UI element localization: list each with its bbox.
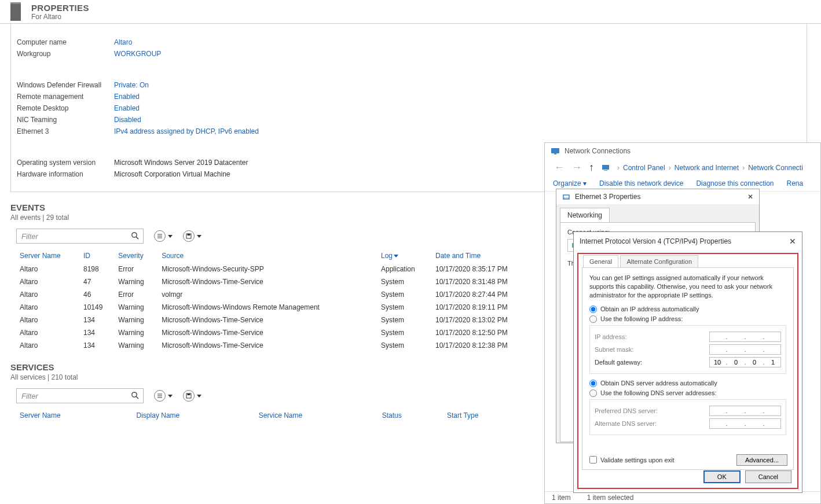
- preferred-dns-input[interactable]: ...: [709, 406, 781, 416]
- property-value[interactable]: WORKGROUP: [114, 50, 161, 58]
- table-row[interactable]: Altaro134WarningMicrosoft-Windows-Time-S…: [16, 314, 537, 326]
- status-bar: 1 item 1 item selected: [545, 491, 820, 503]
- table-cell: Warning: [115, 301, 158, 314]
- property-value[interactable]: Private: On: [114, 81, 149, 89]
- breadcrumb-item[interactable]: Network and Internet: [675, 164, 739, 172]
- properties-subtitle: For Altaro: [31, 13, 89, 21]
- property-value[interactable]: IPv4 address assigned by DHCP, IPv6 enab…: [114, 127, 259, 135]
- ip-address-input[interactable]: ...: [709, 332, 781, 342]
- table-header[interactable]: Status: [379, 409, 444, 422]
- tab-alternate[interactable]: Alternate Configuration: [620, 255, 698, 267]
- rename-button[interactable]: Rena: [787, 179, 804, 187]
- table-row[interactable]: Altaro134WarningMicrosoft-Windows-Time-S…: [16, 339, 537, 352]
- forward-arrow-icon[interactable]: →: [568, 161, 585, 174]
- table-cell: 10/17/2020 8:31:48 PM: [432, 275, 537, 288]
- list-icon: [154, 390, 166, 402]
- services-save-button[interactable]: [183, 390, 201, 402]
- close-icon[interactable]: ✕: [789, 237, 796, 246]
- property-value[interactable]: Enabled: [114, 104, 140, 112]
- info-text: You can get IP settings assigned automat…: [589, 274, 786, 300]
- property-value[interactable]: Enabled: [114, 93, 140, 101]
- search-icon[interactable]: [131, 231, 139, 240]
- subnet-mask-input[interactable]: ...: [709, 344, 781, 355]
- diagnose-button[interactable]: Diagnose this connection: [696, 179, 774, 187]
- table-row[interactable]: Altaro134WarningMicrosoft-Windows-Time-S…: [16, 326, 537, 339]
- radio-manual-dns[interactable]: Use the following DNS server addresses:: [589, 389, 786, 397]
- table-header[interactable]: Severity: [115, 249, 158, 263]
- services-table: Server NameDisplay NameService NameStatu…: [16, 409, 537, 422]
- table-header[interactable]: Log: [377, 249, 432, 263]
- table-header[interactable]: Server Name: [16, 409, 133, 422]
- property-label: Workgroup: [17, 50, 114, 58]
- table-header[interactable]: ID: [80, 249, 115, 263]
- svg-rect-15: [554, 153, 556, 154]
- radio-auto-dns[interactable]: Obtain DNS server address automatically: [589, 380, 786, 387]
- table-cell: 10/17/2020 8:12:38 PM: [432, 339, 537, 352]
- table-header[interactable]: Date and Time: [432, 249, 537, 263]
- table-header[interactable]: Display Name: [133, 409, 255, 422]
- table-row[interactable]: Altaro10149WarningMicrosoft-Windows-Wind…: [16, 301, 537, 314]
- table-cell: 47: [80, 275, 115, 288]
- property-row: Remote DesktopEnabled: [17, 102, 807, 114]
- svg-line-8: [136, 396, 138, 399]
- table-cell: Microsoft-Windows-Time-Service: [158, 326, 377, 339]
- dns-fields-group: Preferred DNS server: ... Alternate DNS …: [589, 399, 786, 435]
- table-cell: 8198: [80, 263, 115, 276]
- cancel-button[interactable]: Cancel: [745, 470, 791, 483]
- property-label: Operating system version: [17, 159, 114, 167]
- property-value[interactable]: Altaro: [114, 38, 132, 46]
- svg-rect-17: [604, 170, 607, 171]
- table-header[interactable]: Service Name: [255, 409, 379, 422]
- table-cell: System: [377, 339, 432, 352]
- table-cell: Microsoft-Windows-Security-SPP: [158, 263, 377, 276]
- events-save-button[interactable]: [183, 230, 201, 242]
- radio-manual-ip[interactable]: Use the following IP address:: [589, 315, 786, 323]
- tab-networking[interactable]: Networking: [560, 208, 610, 222]
- subnet-mask-label: Subnet mask:: [595, 346, 633, 353]
- events-table: Server NameIDSeveritySource LogDate and …: [16, 249, 537, 352]
- list-icon: [154, 230, 166, 242]
- property-label: NIC Teaming: [17, 116, 114, 124]
- alternate-dns-input[interactable]: ...: [709, 418, 781, 429]
- advanced-button[interactable]: Advanced...: [736, 454, 787, 466]
- close-icon[interactable]: ✕: [747, 193, 753, 201]
- table-cell: Error: [115, 263, 158, 276]
- table-row[interactable]: Altaro46ErrorvolmgrSystem10/17/2020 8:27…: [16, 288, 537, 301]
- breadcrumb-item[interactable]: Network Connecti: [748, 164, 803, 172]
- services-filter-input[interactable]: [16, 388, 144, 403]
- radio-auto-ip[interactable]: Obtain an IP address automatically: [589, 306, 786, 313]
- up-arrow-icon[interactable]: ↑: [585, 161, 598, 174]
- table-cell: 10/17/2020 8:27:44 PM: [432, 288, 537, 301]
- property-value[interactable]: Disabled: [114, 116, 141, 124]
- table-cell: 134: [80, 314, 115, 326]
- search-icon[interactable]: [131, 391, 139, 399]
- organize-button[interactable]: Organize ▾: [553, 179, 587, 187]
- breadcrumb-item[interactable]: Control Panel: [623, 164, 665, 172]
- services-columns-button[interactable]: [154, 390, 173, 402]
- validate-checkbox[interactable]: Validate settings upon exit: [589, 456, 675, 463]
- svg-point-0: [132, 233, 137, 237]
- disable-device-button[interactable]: Disable this network device: [599, 179, 683, 187]
- table-header[interactable]: Start Type: [444, 409, 537, 422]
- events-columns-button[interactable]: [154, 230, 173, 242]
- table-row[interactable]: Altaro8198ErrorMicrosoft-Windows-Securit…: [16, 263, 537, 276]
- property-label: Remote Desktop: [17, 104, 114, 112]
- tab-general[interactable]: General: [583, 255, 618, 267]
- property-label: Remote management: [17, 93, 114, 101]
- server-icon: [10, 2, 21, 21]
- table-row[interactable]: Altaro47WarningMicrosoft-Windows-Time-Se…: [16, 275, 537, 288]
- table-header[interactable]: Source: [158, 249, 377, 263]
- gateway-label: Default gateway:: [595, 359, 642, 366]
- table-cell: volmgr: [158, 288, 377, 301]
- table-cell: Warning: [115, 314, 158, 326]
- table-cell: 10/17/2020 8:19:11 PM: [432, 301, 537, 314]
- events-filter-input[interactable]: [16, 229, 144, 244]
- back-arrow-icon[interactable]: ←: [551, 161, 568, 174]
- gateway-input[interactable]: . . .: [709, 357, 781, 367]
- property-value: Microsoft Corporation Virtual Machine: [114, 170, 230, 178]
- svg-rect-14: [551, 148, 559, 153]
- svg-rect-13: [188, 393, 190, 395]
- ok-button[interactable]: OK: [703, 470, 741, 483]
- table-cell: System: [377, 301, 432, 314]
- table-header[interactable]: Server Name: [16, 249, 80, 263]
